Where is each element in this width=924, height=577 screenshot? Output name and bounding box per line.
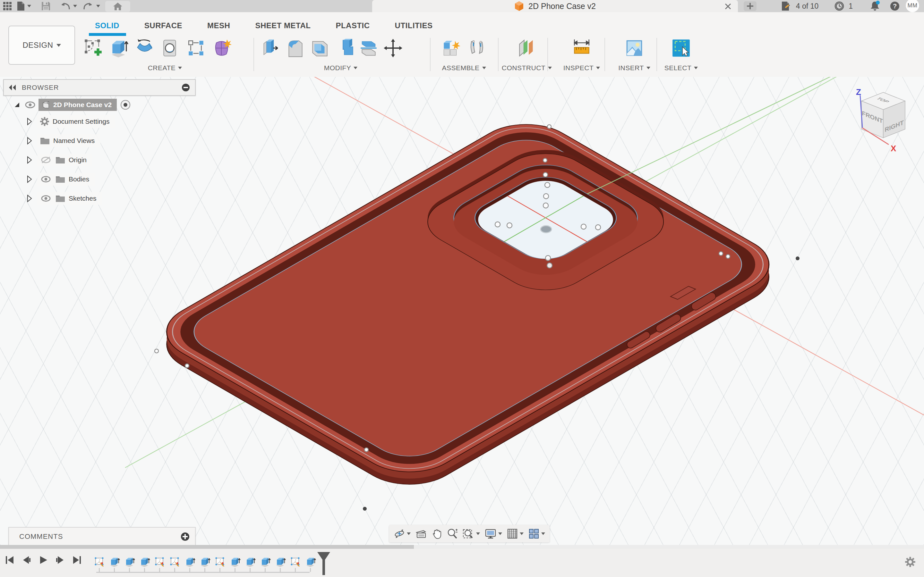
- timeline-feature-extrude[interactable]: [124, 556, 135, 567]
- home-tab-button[interactable]: [105, 1, 130, 12]
- undo-button[interactable]: [58, 0, 73, 12]
- app-grid-icon[interactable]: [0, 0, 15, 12]
- timeline-playhead[interactable]: [317, 551, 331, 576]
- visibility-eye-icon[interactable]: [40, 194, 52, 203]
- select-button[interactable]: [670, 35, 692, 61]
- expand-arrow-icon[interactable]: [26, 194, 33, 203]
- go-to-end-button[interactable]: [71, 554, 82, 566]
- look-at-button[interactable]: [415, 528, 427, 540]
- inspect-menu-button[interactable]: INSPECT: [561, 64, 603, 72]
- zoom-button[interactable]: [447, 528, 458, 540]
- revolve-button[interactable]: [134, 35, 155, 61]
- timeline-feature-extrude[interactable]: [200, 556, 210, 567]
- insert-button[interactable]: [624, 35, 645, 61]
- display-settings-button[interactable]: [485, 528, 502, 540]
- browser-item-sketches[interactable]: Sketches: [26, 192, 102, 205]
- tab-surface[interactable]: SURFACE: [144, 21, 182, 30]
- create-form-button[interactable]: [211, 35, 232, 61]
- fillet-button[interactable]: [285, 35, 306, 61]
- root-component-label[interactable]: 2D Phone Case v2: [39, 99, 117, 111]
- viewport-canvas[interactable]: TOP FRONT RIGHT Z X BROWSER: [0, 77, 924, 545]
- timeline-feature-extrude[interactable]: [184, 556, 195, 567]
- visibility-eye-icon[interactable]: [40, 175, 52, 183]
- expand-arrow-icon[interactable]: [26, 175, 33, 183]
- go-to-start-button[interactable]: [5, 554, 15, 566]
- timeline-feature-sketch[interactable]: [290, 556, 301, 567]
- notifications-bell-icon[interactable]: [867, 0, 882, 12]
- step-forward-button[interactable]: [55, 554, 65, 566]
- tab-sheet-metal[interactable]: SHEET METAL: [255, 21, 310, 30]
- grid-snap-button[interactable]: [507, 528, 523, 540]
- modify-menu-button[interactable]: MODIFY: [260, 64, 421, 72]
- timeline-feature-extrude[interactable]: [109, 556, 120, 567]
- split-body-button[interactable]: [358, 35, 379, 61]
- browser-item-document-settings[interactable]: Document Settings: [26, 115, 115, 128]
- help-icon[interactable]: ?: [887, 0, 902, 12]
- extrude-button[interactable]: [108, 35, 129, 61]
- browser-item-origin[interactable]: Origin: [26, 153, 92, 166]
- construct-menu-button[interactable]: CONSTRUCT: [504, 64, 549, 72]
- press-pull-button[interactable]: [260, 35, 282, 61]
- new-component-button[interactable]: [441, 35, 462, 61]
- add-comment-icon[interactable]: [180, 532, 190, 542]
- visibility-eye-icon[interactable]: [24, 101, 37, 109]
- timeline-feature-sketch[interactable]: [170, 556, 180, 567]
- browser-item-named-views[interactable]: Named Views: [26, 134, 100, 147]
- save-button[interactable]: [39, 0, 53, 12]
- combine-button[interactable]: [334, 35, 355, 61]
- file-menu-button[interactable]: [15, 0, 33, 12]
- timeline-settings-gear-icon[interactable]: [905, 556, 916, 568]
- history-clock-icon[interactable]: [832, 0, 846, 12]
- expand-arrow-icon[interactable]: [26, 117, 33, 126]
- tab-solid[interactable]: SOLID: [95, 21, 120, 30]
- create-menu-button[interactable]: CREATE: [83, 64, 247, 72]
- timeline-feature-sketch[interactable]: [215, 556, 226, 567]
- timeline-feature-sketch[interactable]: [94, 556, 105, 567]
- close-tab-icon[interactable]: [724, 2, 732, 11]
- expand-arrow-icon[interactable]: [26, 156, 33, 164]
- timeline-feature-extrude[interactable]: [260, 556, 271, 567]
- browser-header[interactable]: BROWSER: [3, 79, 196, 96]
- timeline-scrollbar[interactable]: [0, 545, 924, 549]
- timeline-feature-extrude[interactable]: [230, 556, 241, 567]
- pattern-button[interactable]: [186, 35, 207, 61]
- assemble-menu-button[interactable]: ASSEMBLE: [438, 64, 489, 72]
- eye-hidden-icon[interactable]: [40, 156, 52, 164]
- redo-button[interactable]: [81, 0, 95, 12]
- orbit-button[interactable]: [394, 528, 411, 540]
- browser-item-bodies[interactable]: Bodies: [26, 173, 95, 185]
- hole-button[interactable]: [160, 35, 181, 61]
- zoom-window-button[interactable]: [462, 528, 480, 540]
- timeline-feature-extrude[interactable]: [305, 556, 316, 567]
- avatar[interactable]: MM: [905, 0, 919, 13]
- collapse-panel-icon[interactable]: [8, 84, 17, 91]
- insert-menu-button[interactable]: INSERT: [614, 64, 655, 72]
- tab-utilities[interactable]: UTILITIES: [395, 21, 433, 30]
- view-cube[interactable]: TOP FRONT RIGHT Z X: [856, 87, 905, 153]
- play-button[interactable]: [38, 554, 49, 566]
- construct-plane-button[interactable]: [516, 35, 537, 61]
- new-tab-button[interactable]: [744, 1, 756, 11]
- comments-panel[interactable]: COMMENTS: [8, 527, 196, 546]
- redo-caret-icon[interactable]: [96, 5, 100, 7]
- shell-button[interactable]: [309, 35, 330, 61]
- tab-plastic[interactable]: PLASTIC: [336, 21, 370, 30]
- measure-button[interactable]: [571, 35, 592, 61]
- pan-button[interactable]: [431, 528, 442, 540]
- activate-component-radio[interactable]: [120, 99, 131, 110]
- workspace-selector[interactable]: DESIGN: [8, 26, 75, 65]
- joint-button[interactable]: [466, 35, 487, 61]
- expanded-arrow-icon[interactable]: [13, 101, 21, 109]
- tab-mesh[interactable]: MESH: [207, 21, 230, 30]
- move-copy-button[interactable]: [383, 35, 404, 61]
- panel-minimize-icon[interactable]: [181, 83, 191, 92]
- create-sketch-button[interactable]: [83, 35, 104, 61]
- step-back-button[interactable]: [21, 554, 32, 566]
- viewports-button[interactable]: [528, 528, 545, 540]
- version-icon[interactable]: [777, 0, 794, 12]
- undo-caret-icon[interactable]: [73, 5, 77, 7]
- timeline-feature-sketch[interactable]: [154, 556, 165, 567]
- browser-root-row[interactable]: 2D Phone Case v2: [13, 98, 131, 111]
- phone-case-body[interactable]: [145, 77, 880, 496]
- timeline-feature-extrude[interactable]: [139, 556, 150, 567]
